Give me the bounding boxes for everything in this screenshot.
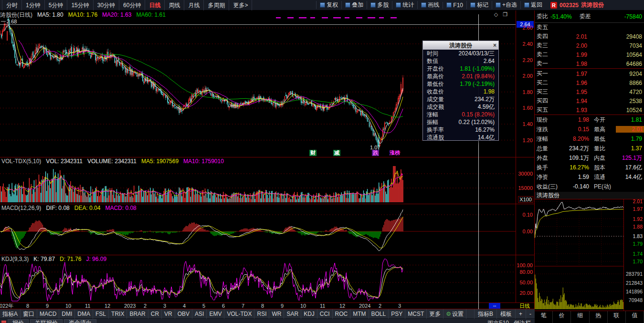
indicator-tab[interactable]: CR xyxy=(148,309,162,319)
indicator-tab[interactable]: ⚙设置 xyxy=(443,309,466,319)
indicator-tab[interactable]: EMV xyxy=(207,309,224,319)
period-tab[interactable]: 60分钟 xyxy=(119,0,145,10)
volume-pane[interactable]: VOL-TDX(5,10)VOL: 2342311VOLUME: 2342311… xyxy=(0,157,534,204)
indicator-tab[interactable]: ASI xyxy=(192,309,207,319)
period-tab[interactable]: 多周期 xyxy=(204,0,229,10)
event-tag[interactable]: 减 xyxy=(333,150,340,156)
close-icon[interactable]: × xyxy=(493,41,496,50)
top-tool-button[interactable]: 返回 xyxy=(520,1,546,9)
intraday-line-chart[interactable] xyxy=(535,199,623,311)
indicator-tab[interactable]: DMI xyxy=(59,309,75,319)
popup-row: 流通股14.4亿 xyxy=(423,134,498,141)
indicator-tab[interactable]: 更多 xyxy=(427,309,443,319)
popup-value: 1.81 (-1.09%) xyxy=(444,65,498,72)
macd-pane[interactable]: MACD(12,26,9)DIF: 0.08DEA: 0.04MACD: 0.0… xyxy=(0,204,534,255)
axis-tick-label: 80.00 xyxy=(519,269,533,275)
indicator-tab[interactable]: BOLL xyxy=(369,309,389,319)
indicator-tab[interactable]: MTM xyxy=(350,309,369,319)
period-tab[interactable]: 日线 xyxy=(145,0,165,10)
kdj-pane[interactable]: KDJ(9,3,3)K: 79.87D: 71.76J: 96.09 100.0… xyxy=(0,255,534,303)
indicator-tab[interactable]: SAR xyxy=(284,309,301,319)
period-tab[interactable]: 月线 xyxy=(184,0,204,10)
order-book-row[interactable]: 买三1.954720 xyxy=(535,87,644,96)
indicator-tab[interactable]: FSL xyxy=(93,309,109,319)
indicator-tab[interactable]: KDJ xyxy=(301,309,317,319)
detail-value: 125.1万 xyxy=(616,154,644,162)
right-panel-tab[interactable]: 值 xyxy=(626,311,644,323)
top-tool-button[interactable]: 复权 xyxy=(316,1,341,9)
toolbar-button[interactable]: + xyxy=(515,309,526,319)
indicator-tab[interactable]: 指标A xyxy=(0,309,21,319)
indicator-tab[interactable]: VOL-TDX xyxy=(224,309,254,319)
indicator-tab[interactable]: ROC xyxy=(333,309,351,319)
period-tab[interactable]: 5分钟 xyxy=(45,0,68,10)
bottom-tab[interactable]: 侧边栏 xyxy=(514,319,531,323)
indicator-tab[interactable]: MCST xyxy=(405,309,427,319)
macd-chart[interactable] xyxy=(0,204,516,255)
axis-tick-label: 2.00 xyxy=(523,73,533,79)
indicator-tab[interactable]: MACD xyxy=(37,309,59,319)
indicator-tab[interactable]: BRAR xyxy=(127,309,148,319)
period-tab[interactable]: 30分钟 xyxy=(94,0,119,10)
bottom-tab[interactable]: 报价 xyxy=(8,319,29,323)
order-book-row[interactable]: 买五1.9310524 xyxy=(535,105,644,115)
detail-row: 净资1.59流通14.4亿 xyxy=(535,172,644,182)
order-level-label: 卖五 xyxy=(535,23,554,31)
toolbar-button[interactable]: 模板 xyxy=(496,309,515,319)
indicator-tab[interactable]: 窗口 xyxy=(21,309,37,319)
bottom-tab[interactable]: 关联报价 xyxy=(30,319,63,323)
right-panel-tab[interactable]: 细 xyxy=(571,311,589,323)
bottom-tab[interactable]: 资金流向 xyxy=(64,319,96,323)
indicator-tab[interactable]: CCI xyxy=(317,309,333,319)
period-tab[interactable]: 周线 xyxy=(165,0,184,10)
order-book-row[interactable]: 买二1.968866 xyxy=(535,78,644,87)
window-icon[interactable]: ❐ xyxy=(503,11,507,18)
toolbar-button[interactable]: 指标B xyxy=(474,309,496,319)
top-tool-button[interactable]: 叠加 xyxy=(341,1,367,9)
period-tab[interactable]: 1分钟 xyxy=(22,0,45,10)
event-tag[interactable]: 跌 xyxy=(372,150,379,156)
popup-row: 开盘价1.81 (-1.09%) xyxy=(423,65,498,73)
period-tab[interactable]: 更多> xyxy=(229,0,252,10)
top-tool-button[interactable]: 统计 xyxy=(392,1,417,9)
indicator-tab[interactable]: VR xyxy=(162,309,175,319)
toolbar-button[interactable]: - xyxy=(526,309,535,319)
volume-chart[interactable] xyxy=(0,157,516,204)
indicator-tab[interactable]: RSI xyxy=(254,309,269,319)
kdj-chart[interactable] xyxy=(0,255,516,303)
right-panel-tab[interactable]: 笔 xyxy=(535,311,553,323)
axis-tick-label: 30000 xyxy=(518,171,533,177)
intraday-chart[interactable]: 2.011.971.921.881.831.791.741.7028379121… xyxy=(535,199,644,311)
order-book-row[interactable]: 卖三2.007034 xyxy=(535,41,644,50)
indicator-tab[interactable]: OBV xyxy=(175,309,192,319)
top-tool-button[interactable]: 多股 xyxy=(367,1,392,9)
top-tool-button[interactable]: 画线 xyxy=(417,1,443,9)
kline-info-popup[interactable]: 洪涛股份 × 时间2024/03/13/三数值2.64开盘价1.81 (-1.0… xyxy=(422,41,499,141)
diamond-icon[interactable]: ◇ xyxy=(494,11,498,18)
period-tab[interactable]: 分时 xyxy=(2,0,22,10)
order-book-row[interactable]: 买四1.942538 xyxy=(535,96,644,105)
detail-label: 股本 xyxy=(589,164,616,172)
top-tool-button[interactable]: +自选 xyxy=(492,1,520,9)
order-book-row[interactable]: 卖五 xyxy=(535,23,644,32)
event-tag[interactable]: 财 xyxy=(309,150,317,156)
top-tool-button[interactable]: 标记 xyxy=(466,1,492,9)
right-panel-tab[interactable]: 热 xyxy=(590,311,608,323)
right-panel-tab[interactable]: 联 xyxy=(608,311,626,323)
popup-titlebar[interactable]: 洪涛股份 × xyxy=(423,41,498,50)
indicator-tab[interactable]: WR xyxy=(269,309,284,319)
indicator-tab[interactable]: TRIX xyxy=(109,309,127,319)
event-tag[interactable]: 涨榜 xyxy=(389,150,401,156)
period-tab[interactable]: 15分钟 xyxy=(67,0,93,10)
order-book-row[interactable]: 卖一1.9864686 xyxy=(535,59,644,68)
order-book-row[interactable]: 买一1.979204 xyxy=(535,69,644,78)
right-panel-tab[interactable]: 价 xyxy=(553,311,571,323)
indicator-tab[interactable]: DMA xyxy=(75,309,93,319)
order-book-row[interactable]: 卖四2.0129408 xyxy=(535,32,644,41)
indicator-tab[interactable]: PSY xyxy=(389,309,405,319)
bottom-tab[interactable]: 图文F10 xyxy=(487,319,509,323)
intraday-title-bar[interactable]: 洪涛股份 xyxy=(535,192,644,199)
popup-label: 数值 xyxy=(423,57,438,65)
order-book-row[interactable]: 卖二1.9910564 xyxy=(535,50,644,59)
top-tool-button[interactable]: F10 xyxy=(443,2,466,9)
